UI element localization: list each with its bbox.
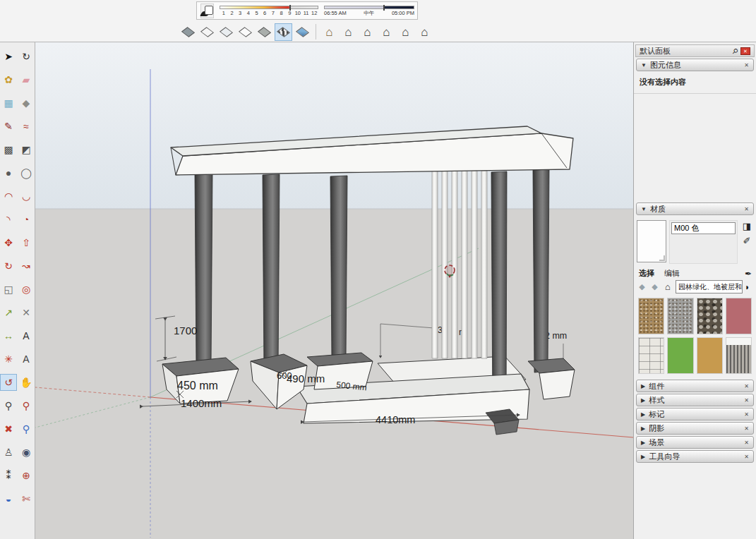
material-gravel-gray[interactable] [667,298,693,334]
tool-look-around[interactable]: ◉ [18,444,35,461]
tool-pan[interactable]: ✋ [18,374,35,391]
entity-info-header[interactable]: ▼ 图元信息 ✕ [636,59,754,71]
material-grass-green[interactable] [667,337,693,374]
shadow-toggle-button[interactable] [200,4,214,18]
tool-arc[interactable]: ◠ [0,188,17,205]
tool-previous[interactable]: ⚲ [18,420,35,437]
viewport-3d[interactable]: 39 m 2 mm [35,42,633,539]
collapsed-section-header[interactable]: ▶ 标记 ✕ [636,408,754,420]
tool-3d-text[interactable]: A [18,351,35,368]
tool-zoom-window[interactable]: ⚲ [18,397,35,414]
style-back-edges-button[interactable] [179,23,197,41]
tool-zoom[interactable]: ⚲ [0,397,17,414]
tool-textured-cube[interactable]: ▦ [0,95,17,111]
collapse-arrow-icon[interactable]: ▼ [641,62,647,68]
tool-rectangle[interactable]: ▩ [0,141,17,158]
tool-paint-bucket[interactable]: ✿ [0,71,17,88]
tool-pie[interactable]: ◔ [18,211,35,228]
back-arrow-icon[interactable]: ◆ [637,282,647,291]
collapsed-section-header[interactable]: ▶ 阴影 ✕ [636,422,754,435]
section-close-icon[interactable]: ✕ [744,454,749,460]
tool-move[interactable]: ✥ [0,234,17,251]
tool-select[interactable]: ➤ [0,48,17,65]
tool-make-component[interactable]: ↻ [18,48,35,65]
expand-arrow-icon[interactable]: ▶ [641,397,645,404]
tool-extra-2[interactable]: ✄ [18,490,35,507]
view-left-button[interactable]: ⌂ [416,23,433,41]
collapsed-section-header[interactable]: ▶ 样式 ✕ [636,394,754,406]
material-gravel-brown[interactable] [638,298,664,334]
material-name-input[interactable] [671,222,736,234]
tool-rotated-rectangle[interactable]: ◩ [18,141,35,158]
expand-arrow-icon[interactable]: ▶ [641,383,645,389]
tool-three-point-arc[interactable]: ◝ [0,211,17,228]
details-arrow-icon[interactable]: ◗ [745,282,753,292]
expand-arrow-icon[interactable]: ▶ [641,440,645,446]
tool-orbit[interactable]: ↺ [0,374,17,391]
tool-follow-me[interactable]: ↝ [18,258,35,274]
pin-icon[interactable]: ⚲ [731,47,740,56]
material-preview-swatch[interactable] [637,220,666,262]
section-close-icon[interactable]: ✕ [744,440,749,446]
tab-select[interactable]: 选择 [639,268,654,279]
tool-protractor[interactable]: ✕ [18,304,35,321]
tray-title-bar[interactable]: 默认面板 ⚲ ✕ [635,44,755,57]
tool-trowel[interactable]: ◆ [18,95,35,111]
section-close-icon[interactable]: ✕ [744,411,749,418]
date-slider-handle[interactable] [289,5,291,11]
tool-freehand[interactable]: ≈ [18,118,35,135]
material-cobblestone[interactable] [697,298,723,334]
material-rose-solid[interactable] [726,298,752,334]
create-material-icon[interactable]: ✐ [743,236,751,246]
tool-line[interactable]: ✎ [0,118,17,135]
expand-arrow-icon[interactable]: ▶ [641,454,645,460]
tab-edit[interactable]: 编辑 [664,268,680,279]
view-front-button[interactable]: ⌂ [359,23,376,41]
tool-text[interactable]: A [18,327,35,344]
tool-scale[interactable]: ◱ [0,281,17,298]
material-sand-tan[interactable] [697,337,723,374]
style-wireframe-button[interactable] [198,23,216,41]
section-close-icon[interactable]: ✕ [744,425,749,432]
tool-position-camera[interactable]: ♙ [0,444,17,461]
style-xray-button[interactable] [217,23,235,41]
section-close-icon[interactable]: ✕ [744,383,749,389]
entity-info-close-icon[interactable]: ✕ [744,62,749,68]
material-category-dropdown[interactable]: 园林绿化、地被层和植被 ∨ [676,280,743,293]
tool-section-plane[interactable]: ⊕ [18,467,35,484]
view-top-button[interactable]: ⌂ [340,23,357,41]
material-fence[interactable] [726,337,752,374]
style-shaded-button[interactable] [256,23,273,41]
collapsed-section-header[interactable]: ▶ 组件 ✕ [636,380,754,392]
collapsed-section-header[interactable]: ▶ 工具向导 ✕ [636,450,754,463]
tool-dimension[interactable]: ↔ [0,327,17,344]
expand-arrow-icon[interactable]: ▶ [641,425,645,432]
tool-two-point-arc[interactable]: ◡ [18,188,35,205]
home-icon[interactable]: ⌂ [662,281,673,292]
tool-axes[interactable]: ✳ [0,351,17,368]
material-pavers-white[interactable] [638,337,664,374]
tool-polygon[interactable]: ◯ [18,164,35,181]
time-slider-track[interactable] [324,6,414,9]
tool-push-pull[interactable]: ⇧ [18,234,35,251]
style-monochrome-button[interactable] [294,23,311,41]
tool-tape-measure[interactable]: ↗ [0,304,17,321]
tool-eraser[interactable]: ▰ [18,71,35,88]
section-close-icon[interactable]: ✕ [744,397,749,404]
tool-circle[interactable]: ● [0,164,17,181]
tool-walk[interactable]: ⁑ [0,467,17,484]
view-right-button[interactable]: ⌂ [378,23,395,41]
sample-paint-icon[interactable]: ✒ [745,269,752,279]
tool-rotate[interactable]: ↻ [0,258,17,274]
collapsed-section-header[interactable]: ▶ 场景 ✕ [636,436,754,449]
tool-zoom-extents[interactable]: ✖ [0,420,17,437]
style-hidden-line-button[interactable] [236,23,254,41]
tool-extra-1[interactable]: ◒ [0,490,17,507]
tool-offset[interactable]: ◎ [18,281,35,298]
collapse-arrow-icon[interactable]: ▼ [641,206,647,212]
style-shaded-textures-button[interactable] [275,23,292,41]
date-slider-track[interactable] [220,6,318,9]
display-secondary-pane-icon[interactable]: ◨ [743,221,751,231]
expand-arrow-icon[interactable]: ▶ [641,411,645,418]
forward-arrow-icon[interactable]: ◆ [649,282,660,291]
